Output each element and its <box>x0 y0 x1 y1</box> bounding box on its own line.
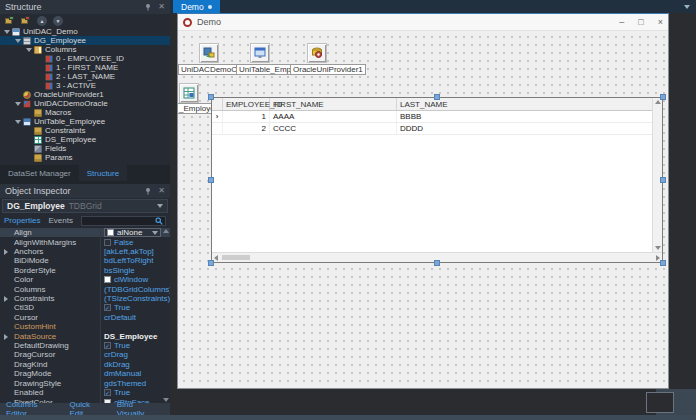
selection-handle[interactable] <box>660 177 666 183</box>
dbgrid-component[interactable]: EMPLOYEE_IDFIRST_NAMELAST_NAME ›1AAAABBB… <box>211 97 663 263</box>
tree-item-2-last-name[interactable]: 2 - LAST_NAME <box>0 72 170 81</box>
checkbox-checked-icon[interactable]: ✓ <box>104 342 111 349</box>
scroll-down-icon[interactable] <box>655 246 661 250</box>
delete-item-icon[interactable] <box>21 16 31 25</box>
property-grid-scrollbar[interactable] <box>162 228 170 403</box>
property-value[interactable]: dmManual <box>100 369 170 378</box>
selection-handle[interactable] <box>434 260 440 266</box>
pin-icon[interactable] <box>144 3 152 11</box>
property-value[interactable]: ✓True <box>100 341 170 350</box>
selection-handle[interactable] <box>208 260 214 266</box>
selection-handle[interactable] <box>208 177 214 183</box>
property-row-constraints[interactable]: Constraints(TSizeConstraints) <box>0 294 170 303</box>
selection-handle[interactable] <box>434 94 440 100</box>
chevron-down-icon[interactable] <box>684 5 690 9</box>
expand-chevron-icon[interactable] <box>15 120 21 124</box>
close-icon[interactable]: ✕ <box>158 187 165 195</box>
property-row-defaultdrawing[interactable]: DefaultDrawing✓True <box>0 341 170 350</box>
value-dropdown[interactable]: alNone <box>104 228 161 237</box>
property-row-borderstyle[interactable]: BorderStylebsSingle <box>0 266 170 275</box>
property-value[interactable]: (TDBGridColumns) <box>100 284 170 293</box>
tree-item-unitable-employee[interactable]: UniTable_Employee <box>0 117 170 126</box>
tab-demo[interactable]: Demo <box>173 0 220 13</box>
component-label[interactable]: OracleUniProvider1 <box>290 64 366 75</box>
tab-dataset-manager[interactable]: DataSet Manager <box>0 165 79 181</box>
scroll-up-icon[interactable] <box>163 229 169 233</box>
move-up-icon[interactable]: ▲ <box>37 16 47 26</box>
scroll-up-icon[interactable] <box>655 100 661 104</box>
property-value[interactable]: bdLeftToRight <box>100 256 170 265</box>
property-row-anchors[interactable]: Anchors[akLeft,akTop] <box>0 247 170 256</box>
property-row-customhint[interactable]: CustomHint <box>0 322 170 331</box>
expand-icon[interactable] <box>4 296 8 302</box>
expand-chevron-icon[interactable] <box>26 48 32 52</box>
form-title-bar[interactable]: Demo – □ × <box>178 14 668 31</box>
property-row-dragmode[interactable]: DragModedmManual <box>0 369 170 378</box>
datasource-component[interactable] <box>180 84 198 102</box>
property-value[interactable] <box>100 322 170 331</box>
property-value[interactable]: ✓True <box>100 388 170 397</box>
new-item-icon[interactable] <box>5 16 15 25</box>
close-icon[interactable]: ✕ <box>158 3 165 11</box>
move-down-icon[interactable]: ▼ <box>53 16 63 26</box>
property-row-bidimode[interactable]: BiDiModebdLeftToRight <box>0 256 170 265</box>
property-value[interactable]: dkDrag <box>100 360 170 369</box>
property-value[interactable]: (TSizeConstraints) <box>100 294 170 303</box>
scrollbar-thumb[interactable] <box>222 255 250 260</box>
property-value[interactable]: alNone <box>100 228 170 237</box>
property-row-cursor[interactable]: CursorcrDefault <box>0 313 170 322</box>
expand-chevron-icon[interactable] <box>15 102 21 106</box>
expand-icon[interactable] <box>4 249 8 255</box>
instance-selector[interactable]: DG_Employee TDBGrid <box>2 199 168 213</box>
tree-item-params[interactable]: Params <box>0 153 170 162</box>
chevron-down-icon[interactable] <box>152 231 158 235</box>
selection-handle[interactable] <box>208 94 214 100</box>
tree-item-dg-employee[interactable]: DG_Employee <box>0 36 170 45</box>
property-row-enabled[interactable]: Enabled✓True <box>0 388 170 397</box>
property-value[interactable]: gdsThemed <box>100 379 170 388</box>
grid-vertical-scrollbar[interactable] <box>652 98 662 252</box>
tree-item-macros[interactable]: Macros <box>0 108 170 117</box>
expand-chevron-icon[interactable] <box>15 39 21 43</box>
property-value[interactable]: False <box>100 237 170 246</box>
minimize-icon[interactable]: – <box>619 18 624 27</box>
tree-item-3-active[interactable]: 3 - ACTIVE <box>0 81 170 90</box>
property-value[interactable]: clWindow <box>100 275 170 284</box>
unitable-component[interactable] <box>251 44 269 62</box>
property-value[interactable]: crDrag <box>100 350 170 359</box>
property-value[interactable]: DS_Employee <box>100 331 170 340</box>
tree-item-1-first-name[interactable]: 1 - FIRST_NAME <box>0 63 170 72</box>
form-design-surface[interactable]: UniDACDemoOracle UniTable_Employee Oracl… <box>178 31 668 388</box>
tree-item-ds-employee[interactable]: DS_Employee <box>0 135 170 144</box>
tab-structure[interactable]: Structure <box>79 165 127 181</box>
property-row-drawingstyle[interactable]: DrawingStylegdsThemed <box>0 379 170 388</box>
property-value[interactable]: crDefault <box>100 313 170 322</box>
property-row-columns[interactable]: Columns(TDBGridColumns) <box>0 284 170 293</box>
tree-item-fields[interactable]: Fields <box>0 144 170 153</box>
tree-item-columns[interactable]: Columns <box>0 45 170 54</box>
property-row-dragcursor[interactable]: DragCursorcrDrag <box>0 350 170 359</box>
property-row-align[interactable]: AlignalNone <box>0 228 170 237</box>
tree-item-oracleuniprovider1[interactable]: OracleUniProvider1 <box>0 90 170 99</box>
scroll-left-icon[interactable] <box>214 255 218 261</box>
tree-item-unidac-demo[interactable]: UniDAC_Demo <box>0 27 170 36</box>
tab-events[interactable]: Events <box>48 216 72 225</box>
property-value[interactable]: ✓True <box>100 303 170 312</box>
expand-icon[interactable] <box>4 334 8 340</box>
color-swatch[interactable] <box>104 276 111 283</box>
selection-handle[interactable] <box>660 94 666 100</box>
tree-item-unidacdemooracle[interactable]: UniDACDemoOracle <box>0 99 170 108</box>
checkbox-checked-icon[interactable]: ✓ <box>104 304 111 311</box>
expand-chevron-icon[interactable] <box>4 30 10 34</box>
tree-item-0-employee-id[interactable]: 0 - EMPLOYEE_ID <box>0 54 170 63</box>
checkbox-checked-icon[interactable]: ✓ <box>104 389 111 396</box>
property-row-color[interactable]: ColorclWindow <box>0 275 170 284</box>
selection-handle[interactable] <box>660 260 666 266</box>
oracle-provider-component[interactable] <box>308 44 326 62</box>
maximize-icon[interactable]: □ <box>638 18 643 27</box>
search-input[interactable] <box>81 216 166 226</box>
unidac-connection-component[interactable] <box>200 44 218 62</box>
property-row-alignwithmargins[interactable]: AlignWithMarginsFalse <box>0 237 170 246</box>
property-value[interactable]: [akLeft,akTop] <box>100 247 170 256</box>
property-row-dragkind[interactable]: DragKinddkDrag <box>0 360 170 369</box>
